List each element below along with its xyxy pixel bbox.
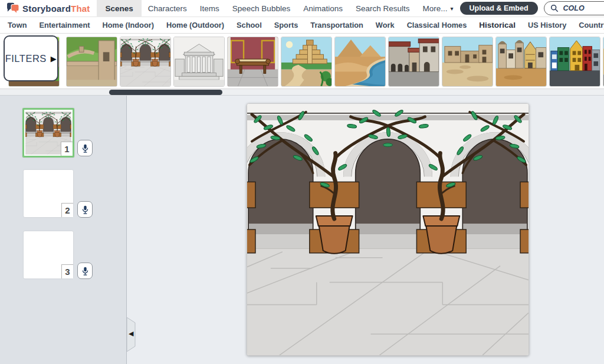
- cell-number-badge: 2: [61, 203, 73, 217]
- brand-name: StoryboardThat: [22, 4, 90, 14]
- category-country-rustic[interactable]: Country & Rustic: [579, 21, 604, 29]
- scene-thumbnail-desert-pyramids-river[interactable]: [334, 37, 386, 87]
- category-historical[interactable]: Historical: [479, 21, 516, 29]
- tab-animations[interactable]: Animations: [297, 0, 349, 17]
- scene-thumbnail-mayan-pyramid[interactable]: [281, 37, 332, 87]
- tab-more-menu[interactable]: More...▾: [416, 0, 460, 17]
- scene-category-navigation: Town Entertainment Home (Indoor) Home (O…: [0, 17, 604, 34]
- editor-main-area: [127, 96, 604, 364]
- classical-courtyard-thumb-art: [120, 37, 170, 86]
- category-home-indoor[interactable]: Home (Indoor): [103, 21, 154, 29]
- microphone-icon: [81, 205, 90, 215]
- tab-items[interactable]: Items: [193, 0, 226, 17]
- scene-thumbnail-adobe-village[interactable]: [442, 37, 493, 87]
- storyboardthat-logo[interactable]: StoryboardThat: [6, 2, 90, 14]
- scene-thumbnail-roman-interior[interactable]: [227, 37, 278, 87]
- thumbnail-scrollbar-track[interactable]: [0, 88, 604, 96]
- category-transportation[interactable]: Transportation: [310, 21, 363, 29]
- tab-speech-bubbles[interactable]: Speech Bubbles: [226, 0, 297, 17]
- top-navigation: StoryboardThat Scenes Characters Items S…: [0, 0, 604, 17]
- category-classical-homes[interactable]: Classical Homes: [407, 21, 467, 29]
- cell-1-record-audio-button[interactable]: [77, 140, 93, 156]
- thumbnail-scrollbar-thumb[interactable]: [109, 90, 222, 95]
- scene-thumbnail-classical-temple[interactable]: [173, 37, 225, 87]
- speech-bubbles-logo-icon: [6, 2, 20, 14]
- upload-embed-button[interactable]: Upload & Embed: [460, 2, 538, 15]
- mayan-pyramid-art: [281, 37, 331, 86]
- category-home-outdoor[interactable]: Home (Outdoor): [166, 21, 224, 29]
- tab-scenes[interactable]: Scenes: [97, 0, 141, 17]
- scene-thumbnail-classical-courtyard[interactable]: [120, 37, 171, 87]
- filters-button[interactable]: FILTERS ▶: [4, 35, 58, 81]
- collapse-left-icon: ◀: [129, 330, 133, 337]
- scene-thumbnail-old-stone-town[interactable]: [388, 37, 439, 87]
- tab-search-results[interactable]: Search Results: [349, 0, 416, 17]
- scene-thumbnail-strip: FILTERS ▶: [0, 34, 604, 88]
- chevron-down-icon: ▾: [451, 0, 454, 17]
- cell-2-record-audio-button[interactable]: [77, 201, 93, 218]
- adobe-village-art: [442, 37, 493, 86]
- filters-label: FILTERS: [5, 53, 47, 64]
- category-entertainment[interactable]: Entertainment: [39, 21, 90, 29]
- great-wall-art: [67, 37, 117, 86]
- canvas-scene-classical-courtyard: [247, 104, 528, 355]
- cell-number-badge: 3: [61, 264, 73, 278]
- category-us-history[interactable]: US History: [528, 21, 566, 29]
- storyboard-cell-1[interactable]: 1: [22, 108, 74, 158]
- colorful-row-houses-art: [550, 37, 600, 86]
- category-work[interactable]: Work: [376, 21, 395, 29]
- active-cell-canvas[interactable]: [247, 103, 529, 356]
- search-input[interactable]: [563, 4, 604, 12]
- roman-interior-art: [228, 37, 278, 86]
- old-stone-town-art: [389, 37, 439, 86]
- microphone-icon: [81, 143, 90, 153]
- storyboard-cell-2[interactable]: 2: [24, 170, 73, 217]
- cell-number-badge: 1: [61, 142, 73, 156]
- filters-arrow-icon: ▶: [51, 54, 57, 63]
- classical-temple-art: [174, 37, 224, 86]
- desert-nile-art: [335, 37, 385, 86]
- scene-thumbnail-old-european-street[interactable]: [495, 37, 547, 87]
- top-tabs: Scenes Characters Items Speech Bubbles A…: [97, 0, 459, 17]
- sidebar-collapse-handle[interactable]: ◀: [127, 317, 136, 352]
- scene-thumbnail-colorful-row-houses[interactable]: [549, 37, 600, 87]
- search-box[interactable]: [544, 1, 604, 15]
- storyboard-cell-3[interactable]: 3: [24, 231, 73, 278]
- category-school[interactable]: School: [237, 21, 262, 29]
- scene-thumbnail-great-wall-of-china[interactable]: [66, 37, 117, 87]
- tab-characters[interactable]: Characters: [142, 0, 193, 17]
- microphone-icon: [81, 266, 90, 276]
- search-icon: [550, 4, 559, 12]
- category-town[interactable]: Town: [8, 21, 27, 29]
- storyboard-cells-panel: 1 2 3: [0, 96, 127, 364]
- cell-3-record-audio-button[interactable]: [77, 263, 93, 279]
- old-european-street-art: [496, 37, 546, 86]
- top-right-controls: Upload & Embed: [460, 1, 604, 15]
- category-sports[interactable]: Sports: [274, 21, 298, 29]
